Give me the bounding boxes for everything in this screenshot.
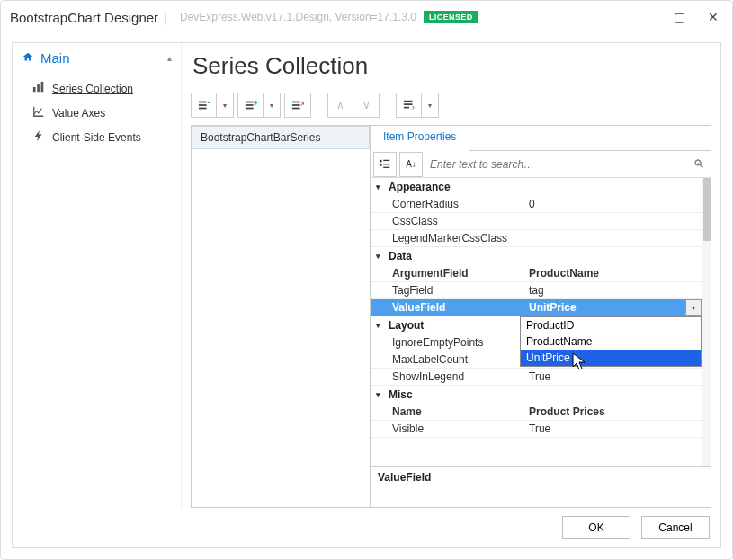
property-row[interactable]: LegendMarkerCssClass [371, 230, 702, 247]
property-category[interactable]: ▾Appearance [371, 178, 702, 196]
content-area: Series Collection + ▾ + ▾ × ∧ ∨ [182, 43, 720, 508]
title-divider: | [164, 10, 167, 25]
valuefield-dropdown[interactable]: ProductIDProductNameUnitPrice [520, 316, 702, 367]
sidebar-item-series-collection[interactable]: Series Collection [13, 76, 181, 101]
svg-rect-1 [37, 84, 40, 93]
svg-rect-11 [292, 102, 300, 103]
sidebar-item-label: Value Axes [52, 107, 105, 120]
cancel-button[interactable]: Cancel [641, 516, 710, 539]
property-value[interactable]: True [523, 369, 702, 385]
dropdown-option[interactable]: ProductID [521, 317, 701, 333]
property-key: CssClass [371, 213, 523, 229]
license-badge: LICENSED [424, 11, 478, 23]
property-row[interactable]: ValueFieldUnitPrice▾ [371, 299, 702, 316]
maximize-button[interactable]: ▢ [669, 10, 689, 24]
property-row[interactable]: NameProduct Prices [371, 404, 702, 421]
svg-rect-4 [198, 104, 206, 106]
property-key: ArgumentField [371, 265, 523, 281]
property-row[interactable]: CornerRadius0 [371, 196, 702, 213]
dropdown-option[interactable]: ProductName [521, 333, 701, 350]
ok-button[interactable]: OK [562, 516, 630, 539]
series-list-item[interactable]: BootstrapChartBarSeries [192, 126, 370, 149]
svg-rect-21 [383, 164, 389, 164]
options-button[interactable] [397, 93, 422, 117]
svg-rect-22 [383, 166, 389, 167]
property-category[interactable]: ▾Misc [371, 386, 702, 404]
move-up-button[interactable]: ∧ [328, 93, 353, 117]
scroll-thumb[interactable] [703, 178, 711, 241]
expand-arrow-icon: ▾ [376, 252, 387, 261]
bars-icon [32, 81, 45, 96]
svg-rect-17 [403, 107, 408, 109]
dropdown-toggle-button[interactable]: ▾ [685, 299, 702, 316]
category-label: Layout [389, 319, 424, 332]
category-label: Data [389, 250, 412, 262]
property-key: Name [371, 404, 523, 420]
property-row[interactable]: TagFieldtag [371, 282, 702, 299]
svg-rect-20 [383, 159, 389, 160]
property-row[interactable]: ArgumentFieldProductName [371, 265, 702, 282]
property-key: CornerRadius [371, 196, 523, 212]
property-value[interactable]: UnitPrice [523, 299, 702, 316]
dialog-frame: Main ▴ Series Collection Value Axes [12, 42, 721, 548]
sidebar-item-value-axes[interactable]: Value Axes [13, 101, 181, 125]
sidebar-item-label: Client-Side Events [52, 131, 141, 144]
svg-rect-12 [292, 104, 300, 106]
sidebar-main-label: Main [40, 50, 70, 66]
series-list[interactable]: BootstrapChartBarSeries [191, 125, 371, 508]
add-item-button[interactable]: + [192, 93, 217, 117]
category-label: Misc [389, 388, 413, 401]
svg-rect-18 [380, 159, 382, 162]
alphabetical-view-button[interactable]: A↓ [399, 152, 423, 177]
close-button[interactable]: ✕ [703, 10, 723, 24]
property-key: MaxLabelCount [371, 351, 523, 368]
title-bar: BootstrapChart Designer | DevExpress.Web… [1, 1, 732, 33]
categorized-view-button[interactable] [373, 152, 397, 177]
property-row[interactable]: ShowInLegendTrue [371, 369, 702, 386]
property-key: TagField [371, 282, 523, 298]
collapse-caret-icon: ▴ [167, 53, 172, 63]
expand-arrow-icon: ▾ [376, 321, 387, 330]
property-value[interactable] [523, 230, 702, 246]
category-label: Appearance [389, 181, 451, 193]
bolt-icon [32, 129, 45, 145]
svg-rect-9 [245, 108, 253, 110]
dropdown-option[interactable]: UnitPrice [521, 350, 701, 366]
svg-text:+: + [207, 99, 210, 108]
home-icon [22, 50, 34, 66]
property-value[interactable]: 0 [523, 196, 702, 212]
property-value[interactable]: tag [523, 282, 702, 298]
add-item-dropdown[interactable]: ▾ [217, 93, 233, 117]
svg-rect-0 [33, 87, 36, 92]
move-down-button[interactable]: ∨ [353, 93, 379, 117]
insert-item-dropdown[interactable]: ▾ [264, 93, 280, 117]
tab-item-properties[interactable]: Item Properties [371, 126, 469, 151]
axes-icon [32, 105, 45, 120]
toolbar: + ▾ + ▾ × ∧ ∨ ▾ [191, 93, 711, 125]
property-search-input[interactable] [423, 152, 687, 177]
remove-item-button[interactable]: × [285, 93, 310, 117]
property-value[interactable] [523, 213, 702, 229]
insert-item-button[interactable]: + [238, 93, 264, 117]
search-icon: 🔍︎ [687, 157, 711, 171]
property-key: ShowInLegend [371, 369, 523, 385]
property-grid: ▾AppearanceCornerRadius0CssClassLegendMa… [371, 178, 711, 466]
window-title: BootstrapChart Designer [10, 10, 158, 25]
property-category[interactable]: ▾Data [371, 247, 702, 265]
svg-rect-13 [292, 108, 300, 110]
property-key: ValueField [371, 299, 523, 316]
property-pane: Item Properties A↓ 🔍︎ ▾AppearanceCornerR… [371, 125, 711, 508]
property-value[interactable]: ProductName [523, 265, 702, 281]
svg-text:×: × [300, 99, 304, 109]
property-row[interactable]: CssClass [371, 213, 702, 230]
options-dropdown[interactable]: ▾ [422, 93, 438, 117]
svg-rect-3 [198, 102, 206, 103]
svg-rect-15 [403, 101, 412, 102]
sidebar-item-client-side-events[interactable]: Client-Side Events [13, 125, 181, 149]
property-row[interactable]: VisibleTrue [371, 421, 702, 438]
sidebar-main-header[interactable]: Main ▴ [13, 43, 181, 73]
vertical-scrollbar[interactable] [702, 178, 711, 466]
property-value[interactable]: Product Prices [523, 404, 702, 420]
property-value[interactable]: True [523, 421, 702, 437]
expand-arrow-icon: ▾ [376, 390, 387, 399]
